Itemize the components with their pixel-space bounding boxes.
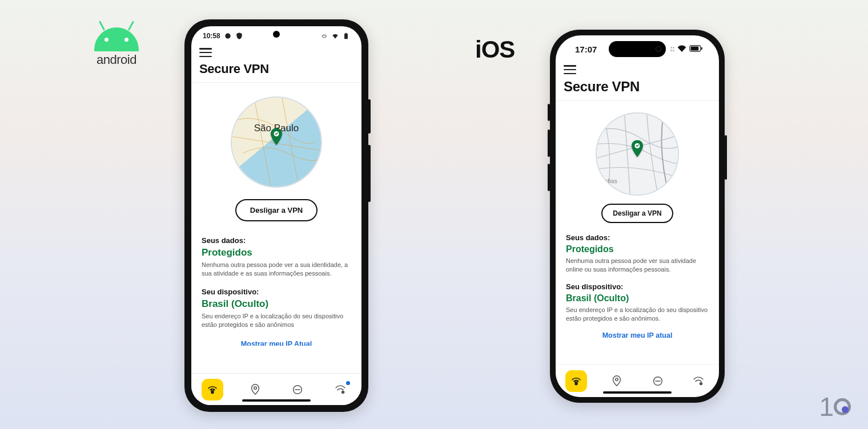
cellular-icon [670,47,675,51]
data-status-block: Seus dados: Protegidos Nenhuma outra pes… [566,233,709,274]
android-status-bar: 10:58 ⬭ [191,26,361,46]
menu-button[interactable] [564,65,576,74]
map-hint-text: abas [605,178,617,184]
toggle-vpn-button[interactable]: Desligar a VPN [235,199,318,221]
ios-phone-frame: 17:07 Secure VPN abas [550,30,725,403]
android-robot-icon [94,27,139,51]
data-status: Protegidos [566,244,709,254]
main-content: abas Desligar a VPN Seus dados: Protegid… [556,101,719,365]
battery-icon [689,44,703,54]
android-platform-label: android [94,27,139,67]
data-label: Seus dados: [566,233,709,242]
nav-location[interactable] [244,379,266,400]
ios-platform-label: iOS [475,36,515,63]
main-content: São Paulo Desligar a VPN Seus dados: Pro… [191,83,361,373]
toggle-vpn-button[interactable]: Desligar a VPN [601,204,673,223]
app-header: Secure VPN [191,46,361,83]
svg-rect-10 [701,47,702,50]
svg-point-3 [254,386,256,389]
device-status-block: Seu dispositivo: Brasil (Oculto) Seu end… [202,288,351,330]
ios-screen: 17:07 Secure VPN abas [556,35,719,397]
android-camera-cutout [273,31,280,38]
svg-rect-2 [211,390,214,393]
show-ip-link[interactable]: Mostrar meu IP Atual [202,340,351,346]
nav-vpn[interactable] [202,379,223,400]
map-pin-icon [630,140,644,160]
data-status-block: Seus dados: Protegidos Nenhuma outra pes… [202,236,351,278]
menu-button[interactable] [199,48,212,57]
map-pin-icon [270,128,283,148]
svg-rect-12 [575,382,577,385]
status-time: 10:58 [203,32,220,40]
device-label: Seu dispositivo: [202,288,351,296]
ios-home-indicator[interactable] [603,391,672,394]
android-phone-frame: 10:58 ⬭ Secure VPN São Paulo [184,19,368,412]
nav-block[interactable] [287,379,308,400]
page-title: Secure VPN [564,79,711,95]
nav-wifi-security[interactable] [688,370,709,392]
android-text: android [97,52,136,67]
page-title: Secure VPN [199,62,353,76]
android-screen: 10:58 ⬭ Secure VPN São Paulo [191,26,361,405]
app-header: Secure VPN [556,63,719,101]
nav-location[interactable] [606,370,628,392]
data-description: Nenhuma outra pessoa pode ver sua ativid… [566,257,709,274]
svg-point-0 [225,33,230,38]
data-description: Nenhuma outra pessoa pode ver a sua iden… [202,261,351,278]
nav-vpn[interactable] [565,370,587,392]
dynamic-island [609,41,666,57]
device-description: Seu endereço IP e a localização do seu d… [566,306,709,323]
wifi-icon [331,32,339,40]
location-map: abas [596,112,679,196]
wifi-icon [677,44,686,54]
svg-rect-9 [691,47,699,51]
ios-status-bar: 17:07 [556,35,719,63]
notification-dot-icon [346,381,350,385]
device-status: Brasil (Oculto) [566,293,709,303]
notification-icon [224,32,232,40]
nav-wifi-security[interactable] [329,379,351,400]
device-label: Seu dispositivo: [566,282,709,291]
data-label: Seus dados: [202,236,351,245]
location-map: São Paulo [231,96,322,188]
status-time: 17:07 [575,44,597,54]
watermark-logo: 1 [819,391,851,422]
signal-icon: ⬭ [320,32,328,40]
device-status: Brasil (Oculto) [202,298,351,310]
show-ip-link[interactable]: Mostrar meu IP atual [566,331,709,339]
svg-point-13 [616,378,618,381]
data-status: Protegidos [202,247,351,258]
shield-icon [235,32,243,40]
device-status-block: Seu dispositivo: Brasil (Oculto) Seu end… [566,282,709,323]
nav-block[interactable] [647,370,669,392]
android-home-indicator[interactable] [242,399,311,402]
svg-rect-17 [701,383,702,385]
battery-icon [342,32,350,40]
svg-rect-7 [342,391,343,392]
device-description: Seu endereço IP e a localização do seu d… [202,312,351,330]
